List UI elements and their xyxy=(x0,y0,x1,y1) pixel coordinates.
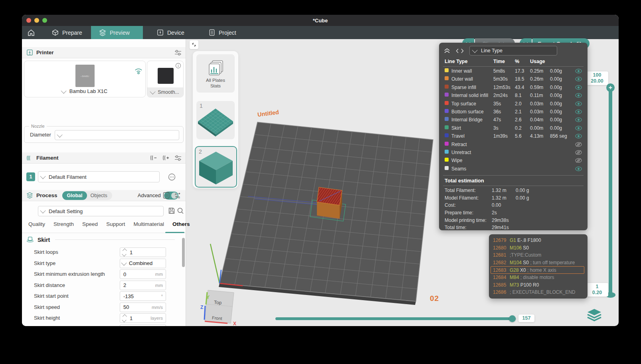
tab-project[interactable]: Project xyxy=(201,26,244,39)
gcode-line[interactable]: 12682M104 S0 ; turn off temperature xyxy=(489,259,588,267)
process-preset-select[interactable]: Default Setting xyxy=(38,206,164,216)
field-value: 1 xyxy=(130,249,133,255)
line-type-name: Top surface xyxy=(451,101,476,107)
gcode-line[interactable]: 12679G1 E-.8 F1800 xyxy=(489,237,588,244)
collapse-panel-icon[interactable] xyxy=(444,48,450,53)
param-tab-quality[interactable]: Quality xyxy=(28,221,45,227)
line-type-weight: 0.00g xyxy=(550,117,562,123)
process-scope-toggle[interactable]: Global Objects xyxy=(62,191,112,200)
filament-select[interactable]: Default Filament xyxy=(38,171,160,182)
parameter-list-icon[interactable] xyxy=(163,192,170,199)
field-label: Skirt loops xyxy=(34,249,58,255)
line-type-row: Inner wall5m8s17.30.25m0.00g xyxy=(439,67,588,75)
tab-device[interactable]: Device xyxy=(149,26,192,39)
total-estimation-title: Total estimation xyxy=(445,178,484,184)
visibility-eye-off-icon[interactable] xyxy=(575,158,582,164)
field-input[interactable]: 2mm xyxy=(120,281,166,290)
process-icon xyxy=(26,192,33,199)
visibility-eye-off-icon[interactable] xyxy=(575,150,582,156)
param-tab-support[interactable]: Support xyxy=(106,221,125,227)
field-select[interactable]: Combined xyxy=(120,259,166,268)
field-label: Skirt minimum extrusion length xyxy=(34,271,105,277)
gcode-line[interactable]: 12681;TYPE:Custom xyxy=(489,251,588,259)
plate-1-thumbnail[interactable]: 1 xyxy=(196,101,235,139)
line-type-row: Unretract xyxy=(439,149,588,157)
field-select[interactable]: Disabled xyxy=(120,324,166,326)
process-scope-objects[interactable]: Objects xyxy=(87,193,112,198)
visibility-eye-icon[interactable] xyxy=(575,117,582,123)
gcode-line[interactable]: 12680M106 S0 xyxy=(489,244,588,252)
skirt-fields: Skirt loops1Skirt typeCombinedSkirt mini… xyxy=(22,247,186,326)
filament-section-title: Filament xyxy=(36,155,59,161)
gcode-view-icon[interactable] xyxy=(456,48,464,53)
visibility-eye-icon[interactable] xyxy=(575,166,582,172)
total-row: Total time:29m41s xyxy=(439,224,588,232)
layers-view-icon[interactable] xyxy=(586,308,602,322)
col-time: Time xyxy=(493,59,505,64)
param-tab-multimaterial[interactable]: Multimaterial xyxy=(133,221,164,227)
layer-slider-track[interactable] xyxy=(609,87,612,295)
param-tab-strength[interactable]: Strength xyxy=(53,221,74,227)
filament-more-icon[interactable] xyxy=(168,173,176,181)
visibility-eye-icon[interactable] xyxy=(575,101,582,107)
tab-preview[interactable]: Preview xyxy=(91,26,143,39)
all-plates-stats-button[interactable]: All Plates Stats xyxy=(196,54,235,93)
gcode-line-highlighted[interactable]: 12683G28 X0 ; home X axis xyxy=(489,266,588,274)
line-type-name: Skirt xyxy=(451,125,461,131)
process-preset-name: Default Setting xyxy=(49,208,83,214)
line-type-row: Skirt3s0.20.00m0.00g xyxy=(439,125,588,133)
nozzle-diameter-select[interactable] xyxy=(55,130,179,140)
sidebar-scrollbar[interactable] xyxy=(182,238,185,267)
gcode-line[interactable]: 12685M73 P100 R0 xyxy=(489,281,588,289)
gcode-line[interactable]: 12684M84 ; disable motors xyxy=(489,274,588,281)
visibility-eye-icon[interactable] xyxy=(575,69,582,75)
printed-cube-object[interactable] xyxy=(317,187,342,219)
plate-2-thumbnail[interactable]: 2 xyxy=(195,146,237,188)
visibility-eye-icon[interactable] xyxy=(575,109,582,115)
line-type-time: 3s xyxy=(493,125,499,131)
skirt-field-row: Skirt typeCombined xyxy=(22,258,186,269)
visibility-eye-icon[interactable] xyxy=(575,134,582,140)
total-value-1: 2s xyxy=(492,210,497,216)
collapse-sidebar-button[interactable] xyxy=(190,40,198,49)
param-tab-speed[interactable]: Speed xyxy=(82,221,98,227)
printer-card[interactable]: ▪ BAMBU Bambu Lab X1C xyxy=(24,61,146,97)
move-slider-handle[interactable] xyxy=(509,315,516,322)
gcode-token: ; EXECUTABLE_BLOCK_END xyxy=(510,289,576,295)
layer-slider-top-handle[interactable] xyxy=(606,83,615,92)
field-unit: mm/s xyxy=(152,305,163,310)
visibility-eye-icon[interactable] xyxy=(575,93,582,99)
tab-prepare[interactable]: Prepare xyxy=(44,26,90,39)
visibility-eye-off-icon[interactable] xyxy=(575,142,582,148)
view-mode-select[interactable]: Line Type xyxy=(469,46,557,55)
orientation-gizmo[interactable]: Top Front Y Z X xyxy=(200,290,236,326)
add-filament-icon[interactable] xyxy=(162,155,170,161)
plate-type-card[interactable]: Smooth... xyxy=(147,61,184,97)
gcode-token: ; turn off temperature xyxy=(529,260,575,265)
gcode-token: ; home X axis xyxy=(526,267,556,273)
filament-index-badge[interactable]: 1 xyxy=(26,172,35,181)
printer-settings-icon[interactable] xyxy=(174,49,182,56)
left-sidebar: Printer ▪ BAMBU Bambu Lab X1C Smoo xyxy=(22,39,186,326)
process-scope-global[interactable]: Global xyxy=(62,191,87,200)
plate-type-select[interactable]: Smooth... xyxy=(147,87,183,97)
home-button[interactable] xyxy=(24,26,39,39)
remove-filament-icon[interactable] xyxy=(150,155,157,161)
visibility-eye-icon[interactable] xyxy=(575,126,582,132)
filament-settings-icon[interactable] xyxy=(174,155,182,161)
field-spin[interactable]: 1 xyxy=(120,247,166,257)
info-icon[interactable] xyxy=(175,63,181,69)
gcode-line[interactable]: 12686; EXECUTABLE_BLOCK_END xyxy=(489,289,588,296)
field-value: -135 xyxy=(123,293,134,299)
field-input[interactable]: 50mm/s xyxy=(120,303,166,312)
compare-preset-icon[interactable]: AB xyxy=(174,192,182,199)
visibility-eye-icon[interactable] xyxy=(575,85,582,91)
visibility-eye-icon[interactable] xyxy=(575,77,582,83)
search-settings-icon[interactable] xyxy=(177,207,184,214)
field-spin[interactable]: 1layers xyxy=(120,313,166,323)
line-type-time: 5m8s xyxy=(493,68,505,74)
save-preset-icon[interactable] xyxy=(168,207,175,214)
printer-model-select[interactable]: Bambu Lab X1C xyxy=(24,88,145,94)
field-input[interactable]: 0mm xyxy=(120,269,166,279)
field-input[interactable]: -135° xyxy=(120,291,166,301)
